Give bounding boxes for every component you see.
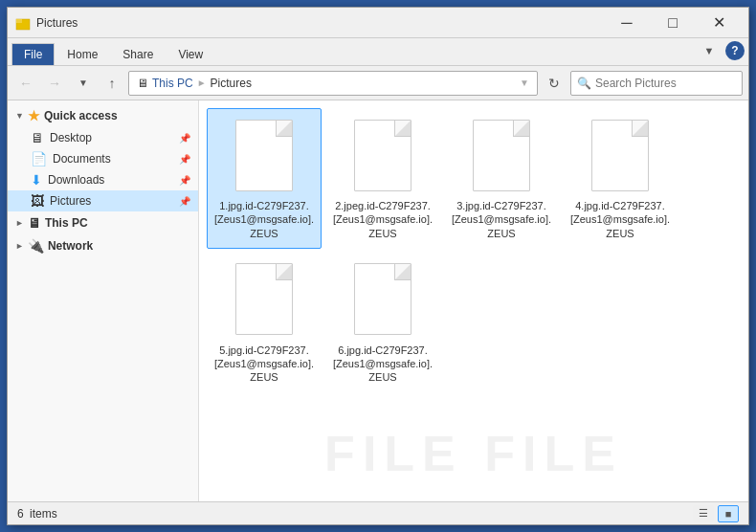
view-controls: ☰ ■ [693, 505, 739, 522]
status-count: 6 items [17, 507, 57, 521]
pictures-icon: 🖼 [31, 193, 44, 209]
file-item[interactable]: 2.jpeg.id-C279F237.[Zeus1@msgsafe.io].ZE… [325, 108, 440, 249]
path-dropdown-icon[interactable]: ▼ [520, 78, 529, 88]
forward-button[interactable]: → [42, 71, 67, 96]
item-count: 6 [17, 507, 24, 521]
this-pc-label: This PC [45, 216, 88, 230]
explorer-window: Pictures ─ □ ✕ File Home Share View ▼ ? … [7, 7, 749, 525]
sidebar-item-documents[interactable]: 📄 Documents 📌 [8, 148, 198, 169]
file-name: 4.jpg.id-C279F237.[Zeus1@msgsafe.io].ZEU… [567, 199, 673, 240]
file-page-icon [354, 263, 411, 335]
file-icon-container [349, 261, 416, 338]
ribbon-tabs: File Home Share View ▼ ? [8, 38, 748, 65]
chevron-right-icon-network: ► [15, 241, 24, 251]
ribbon: File Home Share View ▼ ? [8, 38, 748, 66]
items-label: items [30, 507, 57, 521]
sidebar-quick-access-header[interactable]: ▼ ★ Quick access [8, 104, 198, 127]
maximize-button[interactable]: □ [651, 8, 695, 38]
tab-home[interactable]: Home [55, 43, 110, 65]
chevron-down-icon: ▼ [15, 111, 24, 121]
list-view-button[interactable]: ☰ [693, 505, 714, 522]
file-icon-container [231, 117, 298, 193]
up-button[interactable]: ↑ [100, 71, 124, 96]
pin-icon-desktop: 📌 [179, 133, 190, 144]
search-input[interactable] [595, 77, 739, 90]
file-item[interactable]: 4.jpg.id-C279F237.[Zeus1@msgsafe.io].ZEU… [563, 108, 678, 249]
close-button[interactable]: ✕ [697, 8, 741, 38]
main-content: ▼ ★ Quick access 🖥 Desktop 📌 📄 Documents… [8, 100, 748, 501]
sidebar-item-label-downloads: Downloads [48, 173, 104, 187]
file-name: 1.jpg.id-C279F237.[Zeus1@msgsafe.io].ZEU… [211, 199, 317, 240]
file-page-icon [354, 120, 411, 191]
file-icon-container [349, 117, 416, 193]
sidebar-item-label-documents: Documents [53, 152, 111, 166]
window-icon [15, 15, 31, 31]
file-item[interactable]: 3.jpg.id-C279F237.[Zeus1@msgsafe.io].ZEU… [444, 108, 559, 249]
watermark: FILE FILE [324, 425, 623, 482]
path-this-pc[interactable]: This PC [152, 77, 193, 90]
documents-icon: 📄 [31, 151, 47, 166]
window-title: Pictures [36, 16, 605, 30]
file-page-icon [473, 120, 530, 191]
file-page-icon [235, 120, 293, 191]
quick-access-label: Quick access [44, 109, 118, 122]
search-icon: 🔍 [577, 77, 591, 90]
status-bar: 6 items ☰ ■ [8, 501, 748, 524]
file-icon-container [231, 261, 298, 338]
large-icons-view-button[interactable]: ■ [718, 505, 739, 522]
sidebar-item-desktop[interactable]: 🖥 Desktop 📌 [8, 127, 198, 148]
title-bar: Pictures ─ □ ✕ [8, 8, 748, 38]
sidebar: ▼ ★ Quick access 🖥 Desktop 📌 📄 Documents… [8, 100, 199, 501]
downloads-icon: ⬇ [31, 172, 42, 188]
minimize-button[interactable]: ─ [605, 8, 649, 38]
quick-access-star-icon: ★ [28, 108, 40, 123]
file-item[interactable]: 6.jpg.id-C279F237.[Zeus1@msgsafe.io].ZEU… [325, 253, 440, 393]
file-icon-container [587, 117, 654, 193]
address-bar: ← → ▼ ↑ 🖥 This PC ► Pictures ▼ ↻ 🔍 [8, 66, 748, 100]
sidebar-this-pc-header[interactable]: ► 🖥 This PC [8, 211, 198, 234]
network-icon: 🔌 [28, 238, 44, 254]
window-controls: ─ □ ✕ [605, 8, 741, 38]
pin-icon-documents: 📌 [179, 154, 190, 165]
sidebar-item-downloads[interactable]: ⬇ Downloads 📌 [8, 169, 198, 190]
search-box[interactable]: 🔍 [570, 71, 743, 96]
tab-view[interactable]: View [166, 43, 215, 65]
sidebar-network-header[interactable]: ► 🔌 Network [8, 234, 198, 257]
back-button[interactable]: ← [13, 71, 38, 96]
path-separator: ► [197, 78, 207, 88]
file-item[interactable]: 5.jpg.id-C279F237.[Zeus1@msgsafe.io].ZEU… [207, 253, 322, 393]
expand-ribbon-button[interactable]: ▼ [697, 38, 722, 63]
recent-locations-button[interactable]: ▼ [71, 71, 96, 96]
tab-file[interactable]: File [11, 43, 55, 65]
pin-icon-downloads: 📌 [179, 175, 190, 186]
help-button[interactable]: ? [725, 41, 745, 60]
pin-icon-pictures: 📌 [179, 196, 190, 207]
file-name: 5.jpg.id-C279F237.[Zeus1@msgsafe.io].ZEU… [211, 344, 317, 385]
file-page-icon [591, 120, 649, 191]
file-grid: 1.jpg.id-C279F237.[Zeus1@msgsafe.io].ZEU… [207, 108, 741, 393]
this-pc-icon: 🖥 [28, 215, 41, 231]
address-path[interactable]: 🖥 This PC ► Pictures ▼ [128, 71, 538, 96]
network-label: Network [48, 239, 93, 253]
path-icon: 🖥 [137, 77, 148, 90]
path-pictures[interactable]: Pictures [211, 77, 252, 90]
tab-share[interactable]: Share [110, 43, 166, 65]
file-page-icon [235, 263, 293, 335]
chevron-right-icon-thispc: ► [15, 218, 24, 228]
file-area: FILE FILE 1.jpg.id-C279F237.[Zeus1@msgsa… [199, 100, 748, 501]
file-icon-container [468, 117, 535, 193]
file-item[interactable]: 1.jpg.id-C279F237.[Zeus1@msgsafe.io].ZEU… [207, 108, 322, 249]
sidebar-item-label-pictures: Pictures [50, 194, 91, 208]
refresh-button[interactable]: ↻ [542, 71, 567, 96]
file-name: 2.jpeg.id-C279F237.[Zeus1@msgsafe.io].ZE… [330, 199, 435, 240]
sidebar-item-pictures[interactable]: 🖼 Pictures 📌 [8, 190, 198, 211]
file-name: 3.jpg.id-C279F237.[Zeus1@msgsafe.io].ZEU… [449, 199, 554, 240]
file-name: 6.jpg.id-C279F237.[Zeus1@msgsafe.io].ZEU… [330, 344, 435, 385]
desktop-icon: 🖥 [31, 130, 44, 145]
sidebar-item-label-desktop: Desktop [50, 131, 92, 144]
